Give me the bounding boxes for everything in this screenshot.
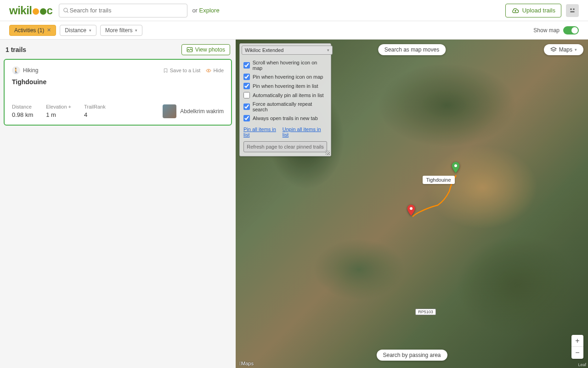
ext-option-2[interactable]: Pin when hovering item in list: [243, 81, 327, 91]
pin-all-link[interactable]: Pin all items in list: [243, 126, 283, 138]
author-name: Abdelkrim wakrim: [180, 108, 224, 115]
bookmark-icon: [163, 68, 168, 73]
stat-trailrank: TrailRank 4: [84, 104, 106, 118]
ext-option-checkbox-3[interactable]: [243, 92, 250, 98]
logo-text: wikil: [9, 4, 32, 17]
chevron-down-icon: ▾: [89, 28, 91, 33]
show-map-toggle[interactable]: [563, 26, 579, 34]
panel-title: Wikiloc Extended: [245, 47, 283, 53]
zoom-out-button[interactable]: −: [571, 347, 583, 359]
or-explore: or Explore: [192, 7, 219, 14]
filter-activities[interactable]: Activities (1) ✕: [9, 25, 56, 36]
end-pin[interactable]: [407, 205, 415, 217]
logo-dot-orange: [33, 8, 39, 15]
maps-label: Maps: [559, 46, 572, 53]
ext-option-checkbox-4[interactable]: [243, 104, 250, 110]
search-icon: [63, 7, 69, 14]
unpin-all-link[interactable]: Unpin all items in list: [283, 126, 327, 138]
filter-more-label: More filters: [105, 27, 132, 34]
upload-trails-button[interactable]: Upload trails: [505, 4, 561, 17]
map-trail-label[interactable]: Tighdouine: [423, 176, 455, 184]
filter-more[interactable]: More filters ▾: [100, 25, 142, 36]
search-as-map-moves-button[interactable]: Search as map moves: [378, 44, 446, 55]
filter-distance-label: Distance: [65, 27, 86, 34]
stat-elevation: Elevation + 1 m: [46, 104, 71, 118]
zoom-in-button[interactable]: +: [571, 335, 583, 347]
chevron-down-icon: ▾: [327, 48, 329, 52]
stat-distance: Distance 0.98 km: [12, 104, 33, 118]
filter-distance[interactable]: Distance ▾: [60, 25, 96, 36]
svg-point-6: [208, 70, 209, 71]
ext-option-label: Pin when hovering item in list: [253, 83, 318, 89]
road-label: RP5103: [415, 309, 436, 315]
chevron-down-icon: ▾: [575, 47, 577, 52]
wikiloc-extended-panel: Wikiloc Extended ▾ Scroll when hovering …: [239, 43, 331, 156]
explore-link[interactable]: Explore: [199, 7, 220, 14]
logo-text-2: c: [47, 4, 53, 17]
view-photos-label: View photos: [195, 46, 225, 53]
ext-option-0[interactable]: Scroll when hovering icon on map: [243, 58, 327, 72]
refresh-button[interactable]: Refresh page to clear pinned trails: [243, 141, 327, 152]
ext-option-4[interactable]: Force automatically repeat search: [243, 100, 327, 114]
filter-activities-label: Activities (1): [14, 27, 44, 34]
hide-button[interactable]: Hide: [206, 68, 224, 73]
trail-card[interactable]: 🚶 Hiking Save to a List Hide Tighdouine: [4, 59, 232, 126]
start-pin[interactable]: [452, 162, 460, 174]
resize-grip[interactable]: [325, 150, 330, 155]
svg-point-7: [454, 164, 457, 167]
activity-label: Hiking: [23, 67, 38, 74]
avatar-placeholder-icon: [568, 6, 577, 15]
map-attribution: Maps: [239, 361, 254, 366]
ext-option-checkbox-1[interactable]: [243, 74, 250, 80]
ext-option-label: Automatically pin all items in list: [253, 92, 324, 98]
svg-line-1: [67, 11, 68, 12]
save-to-list-button[interactable]: Save to a List: [163, 68, 201, 73]
svg-rect-4: [571, 11, 575, 12]
ext-option-5[interactable]: Always open trails in new tab: [243, 114, 327, 123]
activity-tag: 🚶 Hiking: [12, 66, 38, 75]
ext-option-1[interactable]: Pin when hovering icon on map: [243, 72, 327, 81]
ext-option-label: Pin when hovering icon on map: [253, 74, 323, 80]
upload-label: Upload trails: [522, 7, 555, 14]
leaflet-attribution: Leaf: [578, 362, 586, 367]
cloud-upload-icon: [511, 6, 520, 15]
user-avatar[interactable]: [566, 4, 579, 17]
eye-icon: [206, 68, 211, 73]
trail-author[interactable]: Abdelkrim wakrim: [163, 104, 224, 118]
ext-option-3[interactable]: Automatically pin all items in list: [243, 91, 327, 100]
svg-rect-2: [571, 8, 572, 10]
show-map-label: Show map: [533, 27, 560, 34]
author-avatar: [163, 104, 176, 118]
svg-point-0: [64, 8, 68, 12]
ext-option-label: Force automatically repeat search: [253, 101, 327, 112]
search-input[interactable]: [69, 7, 183, 14]
ext-option-checkbox-2[interactable]: [243, 83, 250, 89]
search-by-passing-area-button[interactable]: Search by passing area: [376, 350, 447, 361]
svg-point-8: [410, 207, 413, 210]
hiking-icon: 🚶: [12, 66, 20, 75]
close-icon[interactable]: ✕: [47, 27, 51, 33]
ext-option-checkbox-0[interactable]: [243, 62, 250, 69]
header: wikilc or Explore Upload trails: [0, 0, 588, 21]
ext-option-checkbox-5[interactable]: [243, 115, 250, 121]
photo-icon: [187, 47, 193, 52]
layers-icon: [550, 46, 557, 53]
logo-dot-green: [40, 8, 46, 15]
zoom-control: + −: [571, 335, 583, 359]
maps-layer-button[interactable]: Maps ▾: [544, 44, 583, 55]
chevron-down-icon: ▾: [135, 28, 137, 33]
trail-title[interactable]: Tighdouine: [12, 78, 224, 86]
logo[interactable]: wikilc: [9, 4, 52, 17]
main-content: 1 trails View photos 🚶 Hiking Save to a …: [0, 40, 588, 368]
results-count: 1 trails: [6, 46, 26, 53]
svg-rect-3: [573, 8, 575, 10]
results-panel: 1 trails View photos 🚶 Hiking Save to a …: [0, 40, 236, 368]
panel-title-select[interactable]: Wikiloc Extended ▾: [242, 46, 333, 55]
search-box[interactable]: [59, 4, 187, 17]
ext-option-label: Always open trails in new tab: [253, 115, 318, 121]
map-panel[interactable]: Tighdouine RP5103 Wikiloc Extended ▾ Scr…: [236, 40, 588, 368]
ext-option-label: Scroll when hovering icon on map: [253, 60, 327, 71]
view-photos-button[interactable]: View photos: [181, 44, 230, 55]
filter-bar: Activities (1) ✕ Distance ▾ More filters…: [0, 21, 588, 40]
